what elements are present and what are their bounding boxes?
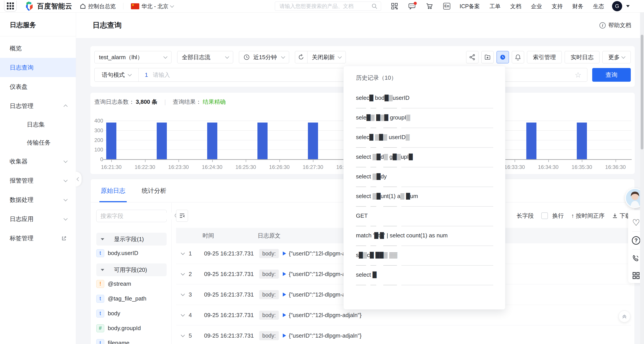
sidebar-item-日志应用[interactable]: 日志应用 — [0, 209, 76, 229]
history-button[interactable] — [496, 51, 509, 63]
message-icon[interactable] — [408, 3, 416, 10]
chart-bar[interactable] — [207, 122, 217, 159]
json-expand-icon[interactable] — [283, 251, 286, 255]
field-search-input[interactable] — [100, 213, 174, 220]
global-search[interactable] — [275, 2, 381, 11]
chart-bar[interactable] — [157, 122, 167, 159]
sidebar-item-概览[interactable]: 概览 — [0, 39, 76, 58]
nav-link-文档[interactable]: 文档 — [510, 3, 521, 10]
baidu-cloud-logo[interactable]: 百度智能云 — [24, 1, 72, 11]
help-icon[interactable]: ? — [632, 233, 640, 248]
chart-bar[interactable] — [258, 122, 268, 159]
history-item[interactable]: match '█t█' | select count(1) as num — [356, 230, 493, 250]
console-overview-link[interactable]: 控制台总览 — [80, 3, 116, 10]
favorites-icon[interactable]: ♡ — [632, 216, 640, 230]
field-search[interactable] — [96, 210, 166, 222]
field-item-body.groupId[interactable]: #body.groupId — [96, 321, 166, 335]
sidebar-item-传输任务[interactable]: 传输任务 — [0, 134, 76, 152]
time-range-select[interactable]: 近15分钟 — [239, 51, 289, 63]
available-fields-header[interactable]: 可用字段(20) — [96, 263, 166, 276]
favorite-star-icon[interactable]: ☆ — [575, 70, 582, 79]
history-item[interactable]: select ▒█unt(1) a▒ █um — [356, 191, 493, 211]
apps-grid-icon[interactable] — [4, 1, 17, 12]
history-item[interactable]: selec█ ▒█▒ userID▒ — [356, 132, 493, 152]
back-to-top-button[interactable] — [618, 310, 630, 322]
field-item-@tag_file_path[interactable]: t@tag_file_path — [96, 291, 166, 306]
query-mode-select[interactable]: 语句模式 — [94, 68, 139, 81]
field-item-body[interactable]: tbody — [96, 306, 166, 321]
scrollbar-thumb[interactable] — [641, 35, 643, 149]
history-item[interactable]: GET — [356, 211, 493, 230]
sidebar-item-日志查询[interactable]: 日志查询 — [0, 58, 76, 77]
row-expand-chevron-icon[interactable] — [181, 312, 185, 316]
realtime-log-button[interactable]: 实时日志 — [565, 51, 600, 63]
json-expand-icon[interactable] — [283, 313, 286, 317]
wrap-checkbox[interactable] — [541, 212, 548, 219]
phone-icon[interactable] — [632, 251, 640, 265]
user-avatar[interactable]: G — [612, 1, 622, 11]
more-button[interactable]: 更多 — [602, 51, 631, 63]
row-expand-chevron-icon[interactable] — [181, 292, 185, 296]
nav-link-生态[interactable]: 生态 — [593, 3, 604, 10]
global-search-input[interactable] — [280, 3, 372, 9]
chart-bar[interactable] — [308, 122, 318, 159]
history-item[interactable]: sele█▒ █▒█ groupI▒ — [356, 112, 493, 132]
chart-bar[interactable] — [526, 122, 536, 159]
shown-fields-header[interactable]: 显示字段(1) — [96, 233, 166, 246]
help-doc-link[interactable]: i 帮助文档 — [600, 22, 631, 29]
refresh-icon[interactable] — [295, 51, 308, 63]
qrcode-icon[interactable] — [391, 3, 398, 10]
logset-select[interactable]: test_alarm（lhl） — [94, 51, 172, 63]
tab-原始日志[interactable]: 原始日志 — [101, 179, 126, 202]
field-item-@stream[interactable]: !@stream — [96, 277, 166, 291]
sidebar-item-报警管理[interactable]: 报警管理 — [0, 171, 76, 190]
nav-link-企业[interactable]: 企业 — [531, 3, 542, 10]
auto-refresh-control[interactable]: 关闭刷新 — [295, 51, 346, 63]
history-item[interactable]: select ▒█d▒ g█▒upI█ — [356, 152, 493, 171]
field-item-filename[interactable]: tfilename — [96, 336, 166, 344]
table-row[interactable]: 509-25 16:21:37.731body:{"userID":"12l-d… — [176, 325, 631, 344]
sidebar-item-收集器[interactable]: 收集器 — [0, 152, 76, 171]
nav-link-支持[interactable]: 支持 — [552, 3, 563, 10]
search-button[interactable]: 查询 — [592, 68, 631, 82]
json-expand-icon[interactable] — [283, 334, 286, 337]
scrollbar[interactable] — [640, 13, 644, 344]
sidebar-item-日志集[interactable]: 日志集 — [0, 115, 76, 134]
chart-bar[interactable] — [577, 122, 587, 159]
json-expand-icon[interactable] — [283, 272, 286, 276]
saved-search-button[interactable] — [481, 51, 494, 63]
refresh-mode-select[interactable]: 关闭刷新 — [308, 51, 346, 63]
apps-grid-icon[interactable] — [632, 268, 640, 283]
tab-统计分析[interactable]: 统计分析 — [142, 179, 166, 202]
sidebar-item-日志管理[interactable]: 日志管理 — [0, 96, 76, 115]
index-manage-button[interactable]: 索引管理 — [527, 51, 562, 63]
sort-time-asc[interactable]: ↑ 按时间正序 — [571, 212, 604, 220]
region-selector[interactable]: 华北 - 北京 — [131, 3, 174, 10]
share-button[interactable] — [466, 51, 478, 63]
history-item[interactable]: selec█ bod█▒userID — [356, 93, 493, 112]
row-expand-chevron-icon[interactable] — [181, 271, 185, 275]
field-item-body.userID[interactable]: tbody.userID — [96, 246, 166, 260]
json-expand-icon[interactable] — [283, 293, 286, 296]
user-menu-caret-icon[interactable] — [626, 5, 630, 7]
query-input-box[interactable]: 语句模式 1 请输入 ☆ — [94, 68, 587, 82]
logstream-select[interactable]: 全部日志流 — [177, 51, 233, 63]
search-icon[interactable] — [372, 3, 377, 9]
history-item[interactable]: select ▒█dy — [356, 171, 493, 191]
alarm-bell-button[interactable] — [512, 51, 524, 63]
sidebar-item-数据处理[interactable]: 数据处理 — [0, 190, 76, 209]
collapse-all-button[interactable] — [176, 210, 188, 222]
nav-link-财务[interactable]: 财务 — [572, 3, 584, 10]
row-expand-chevron-icon[interactable] — [181, 333, 185, 337]
cart-icon[interactable] — [426, 3, 433, 10]
sidebar-item-仪表盘[interactable]: 仪表盘 — [0, 77, 76, 96]
history-item[interactable]: select █ — [356, 270, 493, 289]
nav-link-ICP备案[interactable]: ICP备案 — [460, 3, 480, 10]
row-expand-chevron-icon[interactable] — [181, 251, 185, 255]
chart-bar[interactable] — [106, 122, 116, 159]
nav-link-工单[interactable]: 工单 — [490, 3, 500, 10]
history-item-text: s█▒c█ ██▒ ▒▒ — [356, 250, 493, 259]
history-item[interactable]: s█▒c█ ██▒ ▒▒ — [356, 250, 493, 270]
language-icon[interactable]: En — [443, 3, 450, 10]
sidebar-item-标签管理[interactable]: 标签管理 — [0, 229, 76, 248]
